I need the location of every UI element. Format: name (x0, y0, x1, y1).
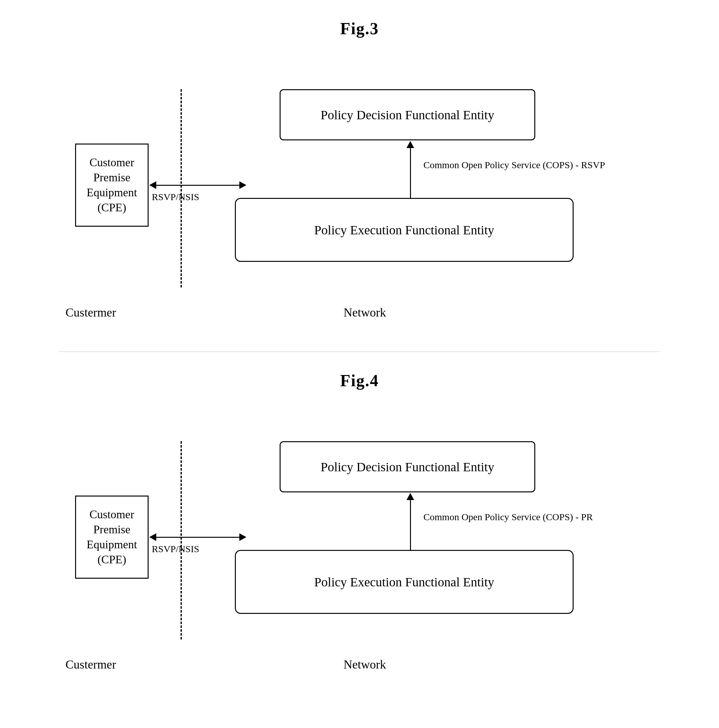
fig3-arrow-line (410, 148, 411, 199)
fig4-cpe-box: CustomerPremiseEquipment(CPE) (75, 496, 149, 579)
figure-4-section: Fig.4 CustomerPremiseEquipment(CPE) Poli… (26, 371, 693, 671)
fig3-cpe-box: CustomerPremiseEquipment(CPE) (75, 144, 149, 227)
fig3-customer-label: Custermer (66, 305, 116, 320)
fig4-pefe-box: Policy Execution Functional Entity (235, 550, 574, 614)
fig4-arrow-up (406, 493, 414, 500)
fig4-vertical-arrow (406, 493, 414, 558)
fig4-network-label: Network (343, 657, 386, 671)
fig3-h-arrow-line (156, 185, 239, 186)
fig4-customer-label: Custermer (66, 657, 116, 671)
fig4-cops-label: Common Open Policy Service (COPS) - PR (423, 512, 593, 522)
fig4-h-arrow (149, 533, 246, 541)
page: Fig.3 CustomerPremiseEquipment(CPE) Poli… (0, 0, 719, 716)
fig4-pdfe-label: Policy Decision Functional Entity (321, 459, 494, 474)
fig4-title: Fig.4 (340, 371, 379, 390)
fig3-cops-label: Common Open Policy Service (COPS) - RSVP (423, 159, 605, 170)
section-divider (59, 351, 660, 352)
fig3-h-arrow-left (149, 181, 156, 189)
fig4-arrow-line (410, 500, 411, 551)
fig3-title: Fig.3 (340, 19, 379, 38)
fig3-vertical-arrow (406, 141, 414, 206)
fig4-cpe-label: CustomerPremiseEquipment(CPE) (87, 507, 137, 567)
fig3-arrow-up (406, 141, 414, 148)
figure-3-section: Fig.3 CustomerPremiseEquipment(CPE) Poli… (26, 19, 693, 320)
fig3-rsvp-label: RSVP/NSIS (152, 191, 199, 202)
fig3-cpe-label: CustomerPremiseEquipment(CPE) (87, 155, 137, 215)
fig4-rsvp-label: RSVP/NSIS (152, 543, 199, 554)
fig3-h-arrow-right (239, 181, 246, 189)
fig3-diagram: CustomerPremiseEquipment(CPE) Policy Dec… (56, 57, 663, 320)
fig4-h-arrow-left (149, 533, 156, 541)
fig4-pefe-label: Policy Execution Functional Entity (314, 575, 494, 590)
fig3-pdfe-box: Policy Decision Functional Entity (279, 89, 535, 140)
fig3-h-arrow (149, 181, 246, 189)
fig3-network-label: Network (343, 305, 386, 320)
fig4-h-arrow-line (156, 537, 239, 538)
fig3-pefe-label: Policy Execution Functional Entity (314, 223, 494, 237)
fig3-pdfe-label: Policy Decision Functional Entity (321, 107, 494, 122)
fig3-pefe-box: Policy Execution Functional Entity (235, 198, 574, 262)
fig4-diagram: CustomerPremiseEquipment(CPE) Policy Dec… (56, 409, 663, 671)
fig4-h-arrow-right (239, 533, 246, 541)
fig4-pdfe-box: Policy Decision Functional Entity (279, 441, 535, 492)
